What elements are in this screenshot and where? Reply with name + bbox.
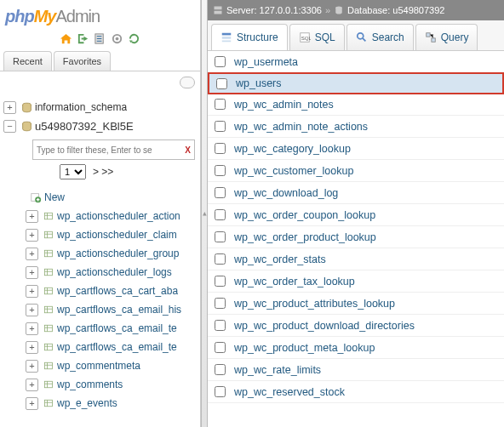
- tree-node-current-db[interactable]: − u549807392_KBl5E: [0, 117, 200, 135]
- table-row[interactable]: wp_wc_admin_note_actions: [208, 116, 504, 138]
- filter-field[interactable]: [37, 145, 181, 155]
- table-name[interactable]: wp_wc_admin_note_actions: [234, 121, 368, 133]
- row-checkbox[interactable]: [216, 78, 227, 89]
- table-row[interactable]: wp_wc_customer_lookup: [208, 160, 504, 182]
- database-label[interactable]: Database: u549807392: [347, 5, 444, 15]
- tree-table[interactable]: +wp_actionscheduler_action: [0, 207, 200, 225]
- table-row[interactable]: wp_users: [208, 72, 504, 94]
- next-page[interactable]: > >>: [93, 166, 113, 178]
- logo[interactable]: phpMyAdmin: [0, 0, 200, 30]
- expand-icon[interactable]: +: [26, 379, 38, 391]
- new-label[interactable]: New: [44, 191, 65, 203]
- table-label[interactable]: wp_cartflows_ca_email_te: [57, 341, 177, 353]
- tree-table[interactable]: +wp_cartflows_ca_email_te: [0, 338, 200, 356]
- expand-icon[interactable]: +: [26, 229, 38, 242]
- tab-structure[interactable]: Structure: [211, 24, 288, 50]
- page-select[interactable]: 1: [60, 164, 86, 179]
- tree-new[interactable]: New: [0, 188, 200, 207]
- collapse-link[interactable]: [0, 71, 200, 96]
- table-name[interactable]: wp_wc_admin_notes: [234, 99, 334, 111]
- expand-icon[interactable]: +: [26, 360, 38, 373]
- expand-icon[interactable]: +: [26, 322, 38, 335]
- filter-input[interactable]: X: [32, 139, 195, 160]
- table-row[interactable]: wp_wc_admin_notes: [208, 94, 504, 116]
- row-checkbox[interactable]: [215, 342, 226, 353]
- row-checkbox[interactable]: [215, 320, 226, 331]
- tab-recent[interactable]: Recent: [3, 51, 52, 71]
- table-name[interactable]: wp_wc_order_product_lookup: [234, 231, 376, 243]
- table-name[interactable]: wp_wc_rate_limits: [234, 364, 321, 376]
- table-name[interactable]: wp_wc_reserved_stock: [234, 386, 345, 398]
- expand-icon[interactable]: +: [26, 341, 38, 354]
- resize-handle[interactable]: ◂: [201, 0, 208, 427]
- table-name[interactable]: wp_wc_category_lookup: [234, 143, 351, 155]
- table-row[interactable]: wp_wc_order_stats: [208, 248, 504, 270]
- table-label[interactable]: wp_cartflows_ca_email_his: [57, 304, 181, 316]
- table-label[interactable]: wp_commentmeta: [57, 360, 140, 372]
- table-name[interactable]: wp_wc_product_download_directories: [234, 320, 415, 332]
- table-label[interactable]: wp_cartflows_ca_cart_aba: [57, 285, 178, 297]
- server-label[interactable]: Server: 127.0.0.1:3306: [226, 5, 322, 15]
- table-row[interactable]: wp_wc_product_attributes_lookup: [208, 293, 504, 315]
- table-label[interactable]: wp_actionscheduler_claim: [57, 229, 177, 241]
- expand-icon[interactable]: +: [26, 266, 38, 279]
- row-checkbox[interactable]: [215, 121, 226, 132]
- db-label[interactable]: information_schema: [35, 101, 127, 113]
- table-name[interactable]: wp_wc_order_tax_lookup: [234, 276, 355, 288]
- table-row[interactable]: wp_wc_order_product_lookup: [208, 226, 504, 248]
- table-label[interactable]: wp_actionscheduler_group: [57, 248, 179, 259]
- table-row[interactable]: wp_wc_order_tax_lookup: [208, 270, 504, 293]
- tree-table[interactable]: +wp_commentmeta: [0, 356, 200, 375]
- table-name[interactable]: wp_users: [236, 77, 282, 89]
- table-row[interactable]: wp_usermeta: [208, 51, 504, 73]
- tree-table[interactable]: +wp_comments: [0, 375, 200, 394]
- table-name[interactable]: wp_wc_order_stats: [234, 253, 326, 265]
- expand-icon[interactable]: +: [26, 304, 38, 316]
- table-name[interactable]: wp_wc_product_meta_lookup: [234, 342, 375, 354]
- tree-table[interactable]: +wp_actionscheduler_logs: [0, 263, 200, 282]
- row-checkbox[interactable]: [215, 165, 226, 176]
- expand-icon[interactable]: +: [26, 210, 38, 223]
- row-checkbox[interactable]: [215, 231, 226, 242]
- table-row[interactable]: wp_wc_product_meta_lookup: [208, 337, 504, 359]
- table-name[interactable]: wp_wc_download_log: [234, 187, 338, 199]
- tree-table[interactable]: +wp_cartflows_ca_cart_aba: [0, 282, 200, 300]
- tab-sql[interactable]: SQL SQL: [289, 24, 345, 50]
- table-row[interactable]: wp_wc_rate_limits: [208, 359, 504, 381]
- tree-node-information-schema[interactable]: + information_schema: [0, 98, 200, 117]
- row-checkbox[interactable]: [215, 298, 226, 309]
- table-row[interactable]: wp_wc_download_log: [208, 182, 504, 204]
- home-icon[interactable]: [59, 31, 73, 46]
- tree-table[interactable]: +wp_e_events: [0, 394, 200, 413]
- expand-icon[interactable]: +: [26, 397, 38, 410]
- expand-icon[interactable]: +: [3, 101, 16, 114]
- row-checkbox[interactable]: [215, 143, 226, 154]
- table-row[interactable]: wp_wc_reserved_stock: [208, 381, 504, 403]
- tree-table[interactable]: +wp_actionscheduler_group: [0, 244, 200, 263]
- table-label[interactable]: wp_cartflows_ca_email_te: [57, 322, 177, 334]
- row-checkbox[interactable]: [215, 364, 226, 375]
- table-name[interactable]: wp_wc_product_attributes_lookup: [234, 298, 395, 310]
- db-label[interactable]: u549807392_KBl5E: [35, 120, 134, 133]
- settings-icon[interactable]: [110, 31, 124, 46]
- tab-query[interactable]: Query: [415, 24, 478, 50]
- row-checkbox[interactable]: [215, 276, 226, 287]
- table-label[interactable]: wp_e_events: [57, 397, 117, 409]
- expand-icon[interactable]: +: [26, 285, 38, 298]
- row-checkbox[interactable]: [215, 187, 226, 198]
- row-checkbox[interactable]: [215, 386, 226, 397]
- tree-table[interactable]: +wp_cartflows_ca_email_te: [0, 319, 200, 338]
- row-checkbox[interactable]: [215, 209, 226, 220]
- row-checkbox[interactable]: [215, 56, 226, 67]
- logout-icon[interactable]: [76, 31, 90, 46]
- tree-table[interactable]: +wp_cartflows_ca_email_his: [0, 300, 200, 319]
- row-checkbox[interactable]: [215, 99, 226, 110]
- table-name[interactable]: wp_wc_customer_lookup: [234, 165, 353, 177]
- reload-icon[interactable]: [127, 31, 141, 46]
- expand-icon[interactable]: +: [26, 248, 38, 260]
- tab-search[interactable]: Search: [346, 24, 414, 50]
- clear-filter-icon[interactable]: X: [185, 145, 191, 155]
- row-checkbox[interactable]: [215, 253, 226, 265]
- tab-favorites[interactable]: Favorites: [54, 51, 111, 71]
- table-label[interactable]: wp_actionscheduler_logs: [57, 266, 172, 278]
